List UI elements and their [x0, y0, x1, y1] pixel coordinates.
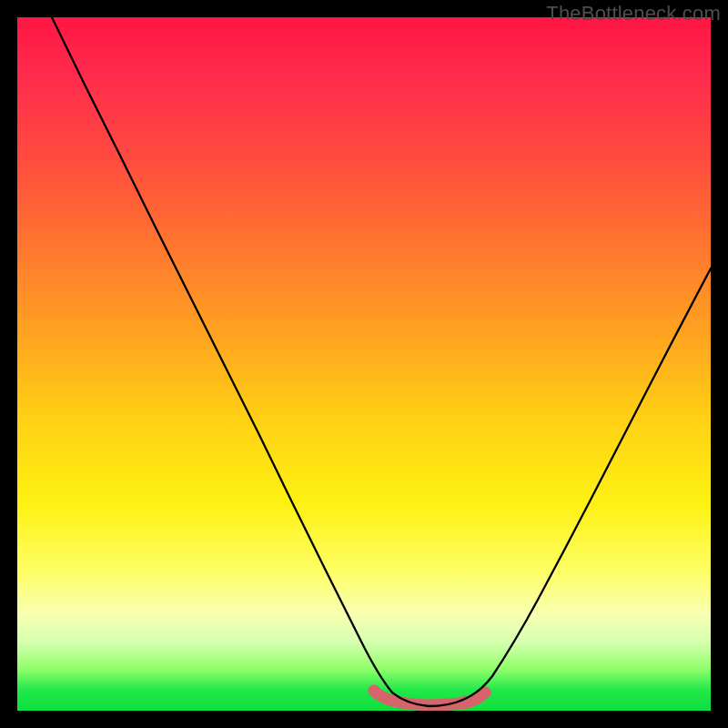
chart-frame: TheBottleneck.com: [0, 0, 728, 728]
plot-area: [17, 17, 711, 711]
fit-dot: [369, 685, 380, 697]
fit-dot: [379, 693, 391, 704]
chart-svg: [17, 17, 711, 711]
watermark-text: TheBottleneck.com: [546, 2, 721, 25]
bottleneck-curve: [52, 17, 711, 706]
